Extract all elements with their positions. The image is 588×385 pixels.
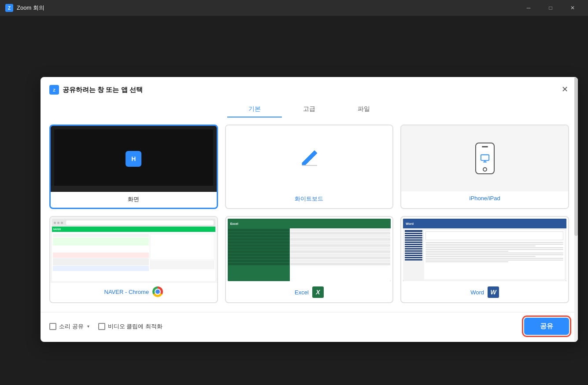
screen-preview: H [51, 126, 217, 192]
screen-label: 화면 [128, 192, 139, 208]
whiteboard-preview [226, 125, 393, 191]
grid-item-excel[interactable]: Excel [225, 216, 394, 303]
word-icon: W [488, 286, 499, 298]
iphone-label: iPhone/iPad [470, 191, 500, 206]
titlebar-close-button[interactable]: ✕ [562, 0, 583, 16]
chrome-label: NAVER - Chrome [104, 283, 163, 301]
modal-header: Z 공유하려는 창 또는 앱 선택 ✕ [41, 77, 578, 100]
modal-close-button[interactable]: ✕ [558, 83, 571, 95]
minimize-button[interactable]: ─ [518, 0, 539, 16]
titlebar-title: Zoom 회의 [17, 4, 518, 12]
share-grid: H 화면 화이트보드 [41, 125, 578, 312]
chrome-preview: NAVER [50, 217, 217, 283]
iphone-preview [401, 125, 568, 191]
iphone-home [483, 167, 487, 172]
modal-title: 공유하려는 창 또는 앱 선택 [63, 86, 143, 94]
tabs-bar: 기본 고급 파일 [41, 102, 578, 117]
excel-label: Excel X [295, 283, 324, 302]
sound-share-checkbox[interactable] [49, 323, 56, 330]
svg-rect-5 [481, 155, 488, 161]
tab-basic[interactable]: 기본 [227, 102, 282, 117]
zoom-modal-icon: Z [49, 85, 59, 95]
share-button[interactable]: 공유 [524, 318, 569, 335]
iphone-speaker [482, 146, 488, 147]
video-optimize-checkbox[interactable] [98, 323, 105, 330]
sound-share-dropdown-arrow[interactable]: ▾ [87, 324, 89, 329]
scrollbar-thumb[interactable] [574, 77, 578, 236]
word-label: Word W [470, 283, 499, 302]
share-modal: Z 공유하려는 창 또는 앱 선택 ✕ 기본 고급 파일 H 화면 [41, 77, 578, 342]
iphone-body [475, 143, 495, 174]
modal-scrollbar[interactable] [574, 77, 578, 342]
grid-item-word[interactable]: Word [400, 216, 569, 303]
video-optimize-label: 비디오 클립에 최적화 [108, 323, 163, 330]
modal-footer: 소리 공유 ▾ 비디오 클립에 최적화 공유 [41, 312, 578, 342]
svg-text:Z: Z [53, 88, 55, 92]
sound-share-label: 소리 공유 [59, 323, 84, 330]
whiteboard-label: 화이트보드 [295, 191, 323, 207]
screen-taskbar [51, 186, 217, 192]
grid-item-iphone[interactable]: iPhone/iPad [400, 125, 569, 209]
titlebar: Z Zoom 회의 ─ □ ✕ [0, 0, 588, 16]
grid-item-screen[interactable]: H 화면 [49, 125, 218, 209]
chrome-icon [152, 286, 163, 297]
grid-item-chrome[interactable]: NAVER [49, 216, 218, 303]
excel-preview: Excel [226, 217, 393, 283]
svg-text:Z: Z [8, 6, 11, 11]
zoom-icon: Z [5, 4, 13, 12]
tab-file[interactable]: 파일 [337, 102, 391, 117]
maximize-button[interactable]: □ [540, 0, 561, 16]
word-preview: Word [401, 217, 568, 283]
tab-advanced[interactable]: 고급 [282, 102, 337, 117]
screen-zoom-logo: H [126, 151, 141, 167]
video-optimize-checkbox-group[interactable]: 비디오 클립에 최적화 [98, 323, 163, 330]
excel-icon: X [312, 286, 324, 298]
grid-item-whiteboard[interactable]: 화이트보드 [225, 125, 394, 209]
titlebar-buttons: ─ □ ✕ [518, 0, 583, 16]
sound-share-checkbox-group[interactable]: 소리 공유 ▾ [49, 323, 89, 330]
